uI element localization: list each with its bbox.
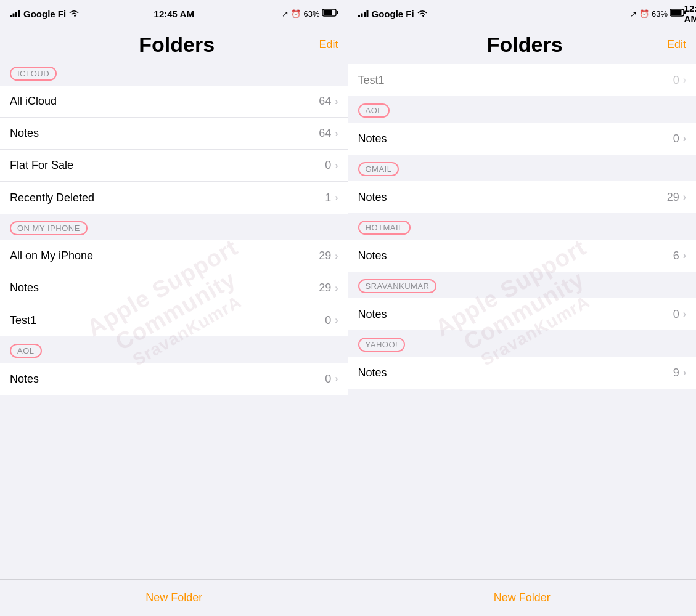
item-count: 0 — [325, 159, 331, 172]
status-bar-right: Google Fi 12:44 AM ↗ ⏰ 63% — [348, 0, 697, 27]
nav-bar-right: Folders Edit — [348, 27, 697, 62]
chevron-icon: › — [335, 96, 338, 107]
chevron-icon: › — [683, 192, 686, 203]
item-label: Notes — [358, 308, 387, 321]
right-phone-panel: Apple Support Community SravanKumrA Goog… — [348, 0, 697, 616]
alarm-icon-right: ⏰ — [639, 9, 649, 18]
section-label-aol-left: AOL — [10, 344, 42, 358]
list-group-gmail: Notes 29 › — [348, 181, 697, 213]
section-label-on-my-iphone: ON MY IPHONE — [10, 221, 88, 235]
list-item[interactable]: Test1 0 › — [0, 304, 348, 336]
item-count: 0 — [673, 308, 679, 321]
item-count: 64 — [319, 127, 331, 140]
list-item[interactable]: Notes 0 › — [348, 298, 697, 330]
chevron-icon: › — [683, 367, 686, 378]
item-right: 0 › — [673, 132, 686, 145]
list-item[interactable]: Notes 0 › — [0, 363, 348, 395]
svg-rect-9 — [364, 12, 366, 17]
signal-icon-right — [358, 9, 369, 19]
bottom-bar-left: New Folder — [0, 579, 348, 616]
list-group-top: Test1 0 › — [348, 64, 697, 96]
list-item[interactable]: Recently Deleted 1 › — [0, 182, 348, 214]
section-label-aol-right: AOL — [358, 103, 390, 118]
bottom-bar-right: New Folder — [348, 579, 697, 616]
list-group-sravankumar: Notes 0 › — [348, 298, 697, 330]
carrier-name-left: Google Fi — [23, 9, 66, 19]
list-item[interactable]: All iCloud 64 › — [0, 86, 348, 118]
list-item[interactable]: Notes 64 › — [0, 118, 348, 150]
item-count: 9 — [673, 367, 679, 379]
chevron-icon: › — [335, 315, 338, 326]
item-label: Notes — [358, 249, 387, 262]
edit-button-right[interactable]: Edit — [667, 38, 686, 51]
wifi-icon-left — [69, 9, 79, 19]
section-header-sravankumar: SRAVANKUMAR — [348, 274, 697, 296]
page-title-right: Folders — [487, 33, 563, 57]
item-label: Notes — [10, 127, 39, 140]
content-left: ICLOUD All iCloud 64 › Notes 64 › Flat F… — [0, 62, 348, 579]
list-group-hotmail: Notes 6 › — [348, 240, 697, 272]
item-label: Notes — [10, 282, 39, 294]
item-label: Notes — [358, 367, 387, 379]
chevron-icon: › — [335, 373, 338, 384]
chevron-icon: › — [335, 128, 338, 139]
chevron-icon: › — [683, 133, 686, 144]
svg-rect-0 — [10, 15, 12, 17]
edit-button-left[interactable]: Edit — [319, 38, 338, 51]
chevron-icon: › — [335, 160, 338, 171]
new-folder-button-right[interactable]: New Folder — [494, 591, 551, 604]
item-right: 64 › — [319, 127, 338, 140]
battery-icon-left — [322, 9, 338, 18]
list-item[interactable]: Notes 29 › — [348, 181, 697, 213]
list-group-icloud: All iCloud 64 › Notes 64 › Flat For Sale… — [0, 86, 348, 214]
item-right: 0 › — [673, 74, 686, 87]
content-right: Test1 0 › AOL Notes 0 › GMAIL — [348, 62, 697, 579]
list-item[interactable]: Notes 9 › — [348, 357, 697, 389]
list-item[interactable]: Test1 0 › — [348, 64, 697, 96]
item-right: 9 › — [673, 367, 686, 379]
item-count: 0 — [673, 132, 679, 145]
item-label: Flat For Sale — [10, 159, 73, 172]
svg-rect-5 — [323, 10, 332, 15]
new-folder-button-left[interactable]: New Folder — [145, 591, 202, 604]
chevron-icon: › — [683, 75, 686, 86]
status-right-right: ↗ ⏰ 63% — [630, 9, 686, 18]
list-item[interactable]: Flat For Sale 0 › — [0, 150, 348, 182]
item-right: 64 › — [319, 95, 338, 108]
list-item[interactable]: Notes 0 › — [348, 123, 697, 155]
chevron-icon: › — [335, 192, 338, 203]
section-header-aol-left: AOL — [0, 339, 348, 360]
svg-rect-12 — [671, 10, 682, 15]
item-count: 1 — [325, 192, 331, 205]
item-count: 29 — [319, 282, 331, 294]
list-group-yahoo: Notes 9 › — [348, 357, 697, 389]
list-item[interactable]: Notes 6 › — [348, 240, 697, 272]
chevron-icon: › — [335, 283, 338, 294]
item-count: 29 — [319, 249, 331, 262]
section-header-aol-right: AOL — [348, 99, 697, 120]
svg-rect-3 — [18, 10, 20, 17]
arrow-icon-right: ↗ — [630, 9, 637, 18]
item-right: 0 › — [325, 373, 338, 386]
list-group-aol-left: Notes 0 › — [0, 363, 348, 395]
item-count: 29 — [667, 191, 679, 204]
section-label-gmail: GMAIL — [358, 162, 399, 176]
nav-bar-left: Folders Edit — [0, 27, 348, 62]
status-right-left: ↗ ⏰ 63% — [282, 9, 338, 18]
item-label: Recently Deleted — [10, 192, 94, 205]
wifi-icon-right — [417, 9, 427, 19]
list-item[interactable]: Notes 29 › — [0, 272, 348, 304]
status-bar-left: Google Fi 12:45 AM ↗ ⏰ 63% — [0, 0, 348, 27]
item-label: Notes — [358, 191, 387, 204]
alarm-icon-left: ⏰ — [291, 9, 301, 18]
chevron-icon: › — [683, 309, 686, 320]
item-right: 6 › — [673, 249, 686, 262]
chevron-icon: › — [335, 251, 338, 262]
section-header-gmail: GMAIL — [348, 157, 697, 179]
item-count: 0 — [325, 373, 331, 386]
section-header-icloud: ICLOUD — [0, 62, 348, 83]
item-right: 29 › — [319, 282, 338, 294]
list-item[interactable]: All on My iPhone 29 › — [0, 240, 348, 272]
svg-rect-8 — [361, 13, 362, 17]
item-count: 0 — [325, 314, 331, 327]
